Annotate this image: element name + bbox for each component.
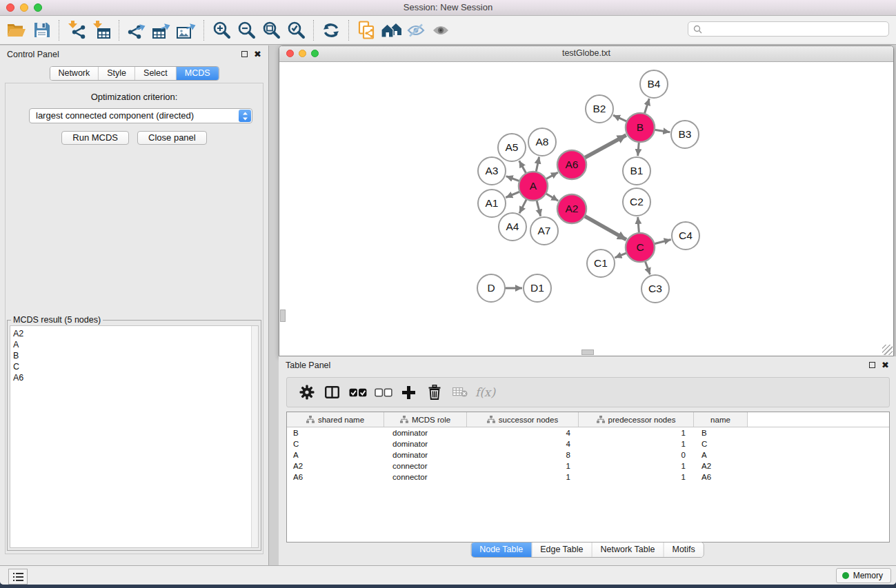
- tab-mcds[interactable]: MCDS: [177, 67, 219, 80]
- save-session-button[interactable]: [29, 18, 54, 43]
- first-neighbors-button[interactable]: [379, 18, 404, 43]
- table-row[interactable]: A2connector11A2: [287, 460, 889, 472]
- hide-selected-button[interactable]: [404, 18, 428, 43]
- zoom-in-button[interactable]: [209, 18, 234, 43]
- minimize-window-button[interactable]: [20, 3, 28, 12]
- float-panel-icon[interactable]: [241, 51, 248, 57]
- add-row-button[interactable]: [396, 385, 421, 400]
- zoom-window-button[interactable]: [34, 3, 42, 12]
- horizontal-scrollbar-thumb[interactable]: [581, 349, 594, 355]
- node-A8[interactable]: A8: [528, 128, 556, 156]
- column-label: predecessor nodes: [608, 416, 676, 424]
- network-canvas[interactable]: B4B2BB3A8A5A6B1A3AC2A1A2A4A7C4CC1C3DD1: [279, 62, 893, 356]
- node-C3[interactable]: C3: [641, 275, 669, 303]
- show-columns-button[interactable]: [319, 386, 345, 398]
- close-panel-icon[interactable]: ✖: [254, 50, 261, 58]
- tab-network[interactable]: Network: [50, 67, 99, 80]
- zoom-fit-button[interactable]: [259, 18, 283, 43]
- show-all-button[interactable]: [428, 18, 453, 43]
- node-B1[interactable]: B1: [623, 157, 650, 185]
- cell-shared-name: A2: [287, 462, 384, 470]
- result-list-item[interactable]: B: [13, 350, 258, 361]
- close-window-button[interactable]: [6, 3, 14, 12]
- result-list-item[interactable]: A6: [13, 372, 258, 383]
- result-list-item[interactable]: A: [13, 339, 258, 350]
- window-controls: [6, 3, 42, 12]
- node-D[interactable]: D: [477, 274, 505, 302]
- column-header-name[interactable]: name: [694, 412, 748, 427]
- node-A6[interactable]: A6: [557, 150, 586, 179]
- node-B4[interactable]: B4: [640, 70, 668, 98]
- mcds-result-listbox[interactable]: A2ABCA6: [10, 325, 259, 548]
- column-header-predecessor-nodes[interactable]: predecessor nodes: [579, 412, 694, 427]
- deselect-all-check-button[interactable]: [370, 388, 396, 397]
- import-table-button[interactable]: [89, 18, 114, 43]
- tab-network-table[interactable]: Network Table: [593, 543, 664, 557]
- node-C2[interactable]: C2: [623, 188, 650, 216]
- column-header-successor-nodes[interactable]: successor nodes: [467, 412, 579, 427]
- node-B[interactable]: B: [626, 113, 655, 142]
- import-network-button[interactable]: [64, 18, 89, 43]
- tab-style[interactable]: Style: [99, 67, 135, 80]
- node-A7[interactable]: A7: [530, 217, 558, 245]
- zoom-out-button[interactable]: [234, 18, 259, 43]
- network-close-button[interactable]: [286, 50, 294, 57]
- criterion-dropdown[interactable]: largest connected component (directed): [29, 108, 252, 123]
- select-all-check-button[interactable]: [345, 388, 370, 397]
- table-row[interactable]: Cdominator41C: [287, 438, 889, 449]
- search-input[interactable]: [706, 23, 884, 34]
- result-list-item[interactable]: C: [13, 361, 258, 372]
- export-table-button[interactable]: [149, 18, 174, 43]
- result-scrollbar[interactable]: [251, 326, 258, 547]
- export-network-button[interactable]: [124, 18, 149, 43]
- close-panel-button[interactable]: Close panel: [137, 131, 207, 145]
- column-header-mcds-role[interactable]: MCDS role: [384, 412, 467, 427]
- float-panel-icon[interactable]: [869, 362, 875, 368]
- refresh-network-button[interactable]: [319, 18, 344, 43]
- network-minimize-button[interactable]: [299, 50, 306, 57]
- node-A1[interactable]: A1: [478, 190, 506, 217]
- node-B3[interactable]: B3: [671, 121, 699, 148]
- node-A4[interactable]: A4: [499, 213, 526, 241]
- tab-node-table[interactable]: Node Table: [471, 543, 532, 557]
- svg-text:C2: C2: [630, 196, 644, 207]
- column-header-shared-name[interactable]: shared name: [287, 412, 384, 427]
- resize-grip[interactable]: [882, 345, 893, 355]
- delete-table-button[interactable]: [447, 387, 472, 397]
- node-A3[interactable]: A3: [478, 157, 506, 185]
- hierarchy-sort-icon: [400, 416, 408, 423]
- network-zoom-button[interactable]: [311, 50, 319, 57]
- run-mcds-button[interactable]: Run MCDS: [61, 131, 129, 145]
- node-C[interactable]: C: [626, 233, 655, 262]
- zoom-selected-button[interactable]: [283, 18, 308, 43]
- network-window-titlebar[interactable]: testGlobe.txt: [279, 46, 893, 62]
- memory-button[interactable]: Memory: [836, 568, 891, 583]
- node-A5[interactable]: A5: [498, 134, 526, 161]
- node-B2[interactable]: B2: [586, 95, 613, 123]
- task-history-button[interactable]: [8, 569, 28, 585]
- result-list-item[interactable]: A2: [13, 328, 258, 339]
- hierarchy-sort-icon: [306, 416, 315, 423]
- function-builder-button[interactable]: f(x): [472, 385, 498, 399]
- close-panel-icon[interactable]: ✖: [882, 361, 889, 369]
- tab-motifs[interactable]: Motifs: [664, 543, 703, 557]
- cell-shared-name: B: [287, 429, 384, 437]
- table-row[interactable]: A6connector11A6: [287, 472, 889, 483]
- export-image-button[interactable]: [174, 18, 199, 43]
- node-C4[interactable]: C4: [672, 222, 699, 250]
- node-D1[interactable]: D1: [524, 274, 551, 302]
- node-A[interactable]: A: [519, 172, 548, 201]
- deselect-all-check-icon: [375, 388, 392, 397]
- table-row[interactable]: Adominator80A: [287, 449, 889, 460]
- duplicate-network-button[interactable]: [354, 18, 379, 43]
- search-field[interactable]: [688, 21, 889, 37]
- vertical-scrollbar-thumb[interactable]: [280, 310, 286, 322]
- tab-select[interactable]: Select: [135, 67, 177, 80]
- table-row[interactable]: Bdominator41B: [287, 427, 889, 438]
- node-C1[interactable]: C1: [587, 250, 615, 277]
- table-settings-button[interactable]: [294, 385, 319, 400]
- tab-edge-table[interactable]: Edge Table: [532, 543, 592, 557]
- node-A2[interactable]: A2: [557, 194, 586, 223]
- open-session-button[interactable]: [4, 18, 29, 43]
- delete-rows-button[interactable]: [421, 385, 447, 400]
